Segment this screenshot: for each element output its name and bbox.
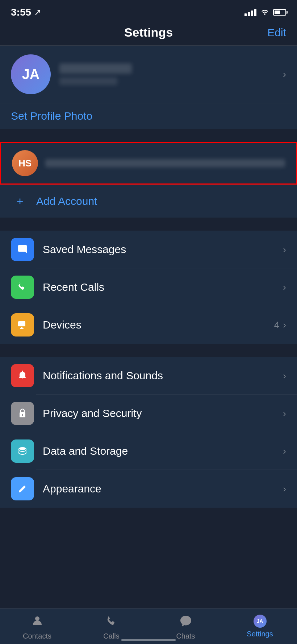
notifications-chevron: › — [283, 370, 286, 381]
privacy-chevron: › — [283, 408, 286, 419]
chevron-right-icon: › — [283, 69, 286, 80]
profile-name — [59, 63, 132, 74]
wifi-icon — [260, 8, 269, 17]
profile-phone — [59, 77, 117, 85]
status-time: 3:55 — [11, 7, 31, 18]
second-account-name — [45, 159, 285, 167]
svg-rect-1 — [21, 327, 22, 328]
section-gap-1 — [0, 129, 297, 142]
settings-label: Settings — [247, 630, 273, 638]
saved-messages-label: Saved Messages — [43, 243, 283, 256]
recent-calls-icon — [11, 276, 34, 299]
edit-button[interactable]: Edit — [267, 26, 286, 39]
data-icon — [11, 439, 34, 463]
saved-messages-icon — [11, 238, 34, 261]
settings-avatar: JA — [254, 615, 267, 628]
tab-settings[interactable]: JA Settings — [223, 615, 297, 638]
signal-bars — [244, 8, 256, 16]
second-account-avatar: HS — [12, 150, 38, 176]
tab-calls[interactable]: Calls — [74, 615, 148, 640]
section-gap-3 — [0, 344, 297, 357]
data-label: Data and Storage — [43, 445, 283, 457]
appearance-chevron: › — [283, 483, 286, 495]
privacy-label: Privacy and Security — [43, 407, 283, 420]
location-icon: ↗ — [34, 7, 41, 17]
set-profile-photo-label: Set Profile Photo — [11, 110, 92, 122]
devices-label: Devices — [43, 319, 274, 331]
appearance-label: Appearance — [43, 483, 283, 495]
notifications-label: Notifications and Sounds — [43, 370, 283, 382]
avatar: JA — [11, 54, 51, 94]
menu-item-appearance[interactable]: Appearance › — [0, 470, 297, 508]
set-profile-photo-section[interactable]: Set Profile Photo — [0, 103, 297, 129]
chats-icon — [179, 615, 192, 630]
profile-section[interactable]: JA › — [0, 46, 297, 103]
data-chevron: › — [283, 446, 286, 457]
svg-point-4 — [22, 414, 23, 415]
home-indicator — [121, 639, 176, 641]
svg-point-7 — [35, 616, 39, 621]
profile-info — [59, 63, 279, 85]
nav-bar: Settings Edit — [0, 22, 297, 45]
add-account-label: Add Account — [36, 195, 97, 207]
svg-rect-0 — [18, 321, 25, 326]
add-account-item[interactable]: + Add Account — [0, 185, 297, 218]
notifications-icon — [11, 364, 34, 387]
tab-chats[interactable]: Chats — [148, 615, 223, 640]
contacts-icon — [31, 615, 43, 630]
menu-item-privacy[interactable]: Privacy and Security › — [0, 395, 297, 432]
second-account-section: HS — [0, 142, 297, 185]
section-gap-2 — [0, 218, 297, 231]
status-bar: 3:55 ↗ — [0, 0, 297, 22]
add-icon: + — [11, 192, 29, 210]
menu-item-devices[interactable]: Devices 4 › — [0, 306, 297, 344]
menu-section-1: Saved Messages › Recent Calls › Device — [0, 231, 297, 344]
calls-label: Calls — [103, 632, 119, 640]
menu-item-data[interactable]: Data and Storage › — [0, 432, 297, 470]
devices-icon — [11, 313, 34, 337]
contacts-label: Contacts — [23, 632, 51, 640]
svg-rect-2 — [20, 328, 24, 329]
second-account-item[interactable]: HS — [1, 143, 296, 183]
menu-item-saved-messages[interactable]: Saved Messages › — [0, 231, 297, 268]
battery-icon — [273, 9, 286, 16]
menu-item-notifications[interactable]: Notifications and Sounds › — [0, 357, 297, 395]
tab-contacts[interactable]: Contacts — [0, 615, 74, 640]
svg-point-6 — [19, 447, 26, 450]
menu-section-2: Notifications and Sounds › Privacy and S… — [0, 357, 297, 508]
saved-messages-chevron: › — [283, 244, 286, 255]
devices-badge: 4 — [274, 319, 279, 331]
privacy-icon — [11, 402, 34, 425]
recent-calls-label: Recent Calls — [43, 281, 283, 293]
appearance-icon — [11, 477, 34, 500]
page-title: Settings — [124, 25, 173, 40]
status-icons — [244, 8, 286, 17]
chats-label: Chats — [176, 632, 195, 640]
add-account-section: + Add Account — [0, 185, 297, 218]
recent-calls-chevron: › — [283, 282, 286, 293]
menu-item-recent-calls[interactable]: Recent Calls › — [0, 268, 297, 306]
calls-tab-icon — [105, 615, 118, 630]
devices-chevron: › — [283, 319, 286, 331]
